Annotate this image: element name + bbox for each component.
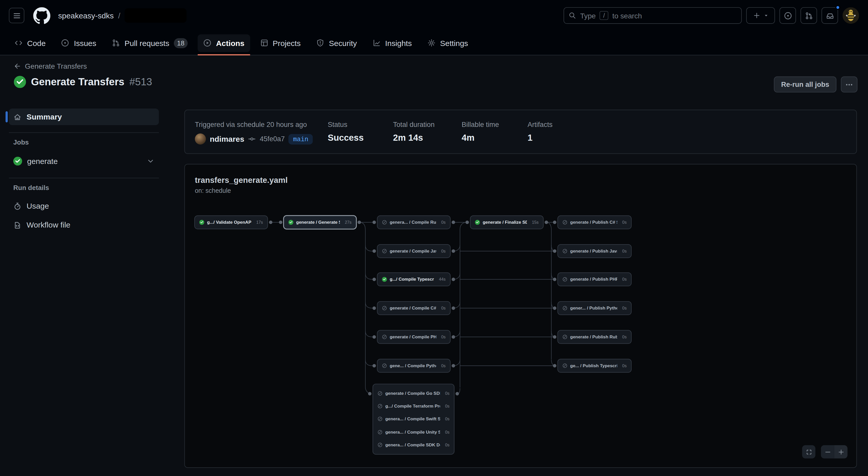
workflow-node[interactable]: generate / Generate SDK27s <box>283 215 356 229</box>
pr-icon <box>112 39 120 47</box>
tab-insights[interactable]: Insights <box>367 34 417 52</box>
actor-avatar[interactable] <box>195 133 206 145</box>
insights-icon <box>372 39 381 47</box>
projects-icon <box>260 39 268 47</box>
workflow-node-cluster[interactable]: generate / Compile Go SDK0sg.../ Compile… <box>372 384 455 455</box>
node-duration: 0s <box>620 363 627 368</box>
tab-label: Insights <box>385 38 412 48</box>
workflow-node[interactable]: generate / Publish Ruby SDK0s <box>557 330 631 344</box>
node-duration: 44s <box>437 277 446 282</box>
node-label: generate / Compile C# SDK <box>390 306 436 311</box>
actor-login[interactable]: ndimares <box>210 135 244 144</box>
workflow-node[interactable]: g.../ Compile Typescript S...44s <box>377 272 451 286</box>
redacted-repo-name <box>125 8 187 23</box>
skip-circle-icon <box>378 404 383 409</box>
tab-label: Security <box>329 38 357 48</box>
node-duration: 0s <box>439 249 446 254</box>
node-duration: 0s <box>443 417 450 422</box>
sidebar-summary-label: Summary <box>27 112 62 121</box>
workflow-node[interactable]: generate / Publish Java SDK0s <box>557 244 631 258</box>
workflow-node[interactable]: generate / Compile PHP SDK0s <box>377 330 451 344</box>
commit-sha-link[interactable]: 45fe0a7 <box>260 135 285 143</box>
org-link[interactable]: speakeasy-sdks <box>58 11 114 20</box>
run-options-kebab-button[interactable] <box>841 76 858 92</box>
workflow-node[interactable]: gene... / Compile Python SDK0s <box>377 359 451 373</box>
breadcrumb-separator: / <box>118 11 120 20</box>
tab-label: Projects <box>273 38 301 48</box>
node-duration: 0s <box>620 249 627 254</box>
skip-circle-icon <box>378 417 383 422</box>
node-label: gener... / Publish Python SDK <box>570 306 617 311</box>
stat-status: StatusSuccess <box>328 121 364 143</box>
node-duration: 0s <box>443 391 450 396</box>
sidebar-item-summary[interactable]: Summary <box>9 109 159 125</box>
workflow-node[interactable]: generate / Publish PHP SDK0s <box>557 272 631 286</box>
workflow-node[interactable]: g.../ Validate OpenAPI Doc...17s <box>194 215 268 229</box>
sidebar-item-usage[interactable]: Usage <box>9 197 159 215</box>
workflow-node[interactable]: gener... / Publish Python SDK0s <box>557 301 631 315</box>
workflow-node[interactable]: genera... / Compile Ruby SDK0s <box>377 215 451 229</box>
issue-icon <box>61 39 70 47</box>
plus-icon <box>753 12 760 20</box>
sidebar-job-generate[interactable]: generate <box>9 152 159 171</box>
search-input[interactable]: Type / to search <box>563 7 742 24</box>
run-summary-card: Triggered via schedule 20 hours ago ndim… <box>184 110 857 154</box>
search-placeholder-suffix: to search <box>613 11 642 20</box>
tab-pull-requests[interactable]: Pull requests18 <box>106 34 193 52</box>
workflow-node[interactable]: ge... / Publish Typescript SDK0s <box>557 359 631 373</box>
workflow-node[interactable]: generate / Compile C# SDK0s <box>377 301 451 315</box>
tab-settings[interactable]: Settings <box>422 34 473 52</box>
node-duration: 0s <box>620 334 627 339</box>
actions-icon <box>203 39 212 47</box>
skip-circle-icon <box>378 443 383 448</box>
sidebar-divider <box>9 178 159 178</box>
branch-badge[interactable]: main <box>289 134 313 144</box>
cluster-node-row[interactable]: genera... / Compile SDK Docs0s <box>378 439 450 451</box>
issues-nav-button[interactable] <box>779 7 796 24</box>
graph-fullscreen-button[interactable] <box>802 445 815 458</box>
node-label: genera... / Compile Ruby SDK <box>390 220 436 225</box>
actions-run-page: speakeasy-sdks / Type / to search <box>0 0 868 476</box>
node-label: ge... / Publish Typescript SDK <box>570 363 617 368</box>
graph-zoom-in-button[interactable] <box>834 445 847 458</box>
cluster-node-row[interactable]: g.../ Compile Terraform Pro...0s <box>378 400 450 412</box>
tab-code[interactable]: Code <box>9 34 51 52</box>
run-title: Generate Transfers <box>31 76 124 88</box>
sidebar-item-label: Usage <box>27 202 49 210</box>
tab-projects[interactable]: Projects <box>254 34 306 52</box>
tab-actions[interactable]: Actions <box>198 34 250 52</box>
github-logo-icon[interactable] <box>33 7 50 24</box>
sidebar-item-workflow-file[interactable]: Workflow file <box>9 216 159 234</box>
rerun-all-jobs-button[interactable]: Re-run all jobs <box>774 76 837 92</box>
notifications-inbox-button[interactable] <box>822 7 838 24</box>
node-label: generate / Compile PHP SDK <box>390 334 436 339</box>
workflow-node[interactable]: generate / Publish C# SDK0s <box>557 215 631 229</box>
workflow-node[interactable]: generate / Compile Java SDK0s <box>377 244 451 258</box>
graph-zoom-out-button[interactable] <box>821 445 834 458</box>
back-to-workflow-link[interactable]: Generate Transfers <box>14 62 87 70</box>
node-label: generate / Compile Go SDK <box>385 391 440 396</box>
cluster-node-row[interactable]: generate / Compile Go SDK0s <box>378 387 450 399</box>
hamburger-menu-button[interactable] <box>9 8 25 23</box>
workflow-node[interactable]: generate / Finalize SDK15s <box>470 215 544 229</box>
settings-icon <box>427 39 436 47</box>
pull-requests-nav-button[interactable] <box>800 7 817 24</box>
tab-security[interactable]: Security <box>311 34 363 52</box>
user-avatar[interactable] <box>842 7 859 24</box>
cluster-node-row[interactable]: genera... / Compile Swift SDK0s <box>378 413 450 425</box>
skip-circle-icon <box>382 306 387 311</box>
trigger-label: Triggered via schedule 20 hours ago <box>195 121 313 128</box>
stat-total-duration: Total duration2m 14s <box>393 121 435 143</box>
cluster-node-row[interactable]: genera... / Compile Unity SDK0s <box>378 426 450 438</box>
check-circle-icon <box>199 220 205 225</box>
tab-issues[interactable]: Issues <box>56 34 102 52</box>
create-new-button[interactable] <box>746 7 775 24</box>
fullscreen-icon <box>805 448 812 455</box>
node-duration: 0s <box>620 277 627 282</box>
sidebar-item-label: Workflow file <box>27 220 70 229</box>
skip-circle-icon <box>378 391 383 396</box>
issue-opened-icon <box>783 11 792 20</box>
tab-label: Actions <box>216 38 244 48</box>
node-duration: 0s <box>439 220 446 225</box>
zoom-in-icon <box>837 448 844 455</box>
